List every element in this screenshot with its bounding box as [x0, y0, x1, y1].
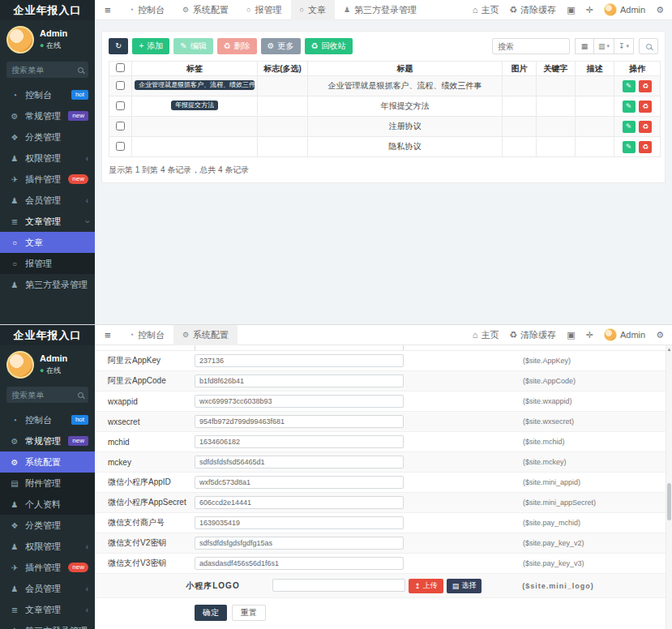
delete-button[interactable]: ♻删除 — [217, 38, 257, 54]
col-description[interactable]: 描述 — [576, 62, 614, 76]
gear-icon: ⚙ — [10, 458, 19, 467]
row-edit-button[interactable]: ✎ — [623, 101, 636, 113]
tab-third-login[interactable]: ♟ 第三方登录管理 — [335, 0, 426, 20]
export-button[interactable]: ↧▾ — [614, 38, 634, 54]
row-delete-button[interactable]: ♻ — [639, 141, 652, 153]
card-view-button[interactable]: ▦ — [575, 38, 594, 54]
row-checkbox[interactable] — [116, 81, 125, 90]
pay-mchid-input[interactable] — [195, 516, 404, 529]
recycle-bin-button[interactable]: ♻回收站 — [305, 38, 353, 54]
avatar[interactable] — [6, 26, 34, 53]
sidebar-item-member[interactable]: ♟ 会员管理 ‹ — [0, 578, 95, 599]
scroll-up-icon[interactable]: ▲ — [666, 345, 672, 352]
sidebar-subitem-article[interactable]: ○ 文章 — [0, 232, 95, 253]
sidebar-item-category[interactable]: ❖ 分类管理 — [0, 126, 95, 148]
config-input[interactable] — [195, 345, 404, 350]
settings-dropdown[interactable]: ⚙ — [656, 5, 664, 15]
pay-key-v3-input[interactable] — [195, 557, 404, 570]
sidebar-item-category[interactable]: ❖ 分类管理 — [0, 515, 95, 536]
row-edit-button[interactable]: ✎ — [623, 80, 636, 92]
home-link[interactable]: ⌂主页 — [473, 329, 499, 341]
sidebar-item-article-group[interactable]: ≣ 文章管理 ‹ — [0, 211, 95, 232]
reset-button[interactable]: 重置 — [232, 605, 266, 621]
tab-article[interactable]: ○ 文章 — [291, 0, 335, 20]
sidebar-item-third-login[interactable]: ♟ 第三方登录管理 — [0, 620, 95, 629]
sidebar-item-addon[interactable]: ✈ 插件管理 new — [0, 557, 95, 578]
row-edit-button[interactable]: ✎ — [623, 121, 636, 133]
tab-dashboard[interactable]: ◔ 控制台 — [121, 325, 173, 345]
page-copy-button[interactable]: ▣ — [567, 5, 575, 15]
row-checkbox[interactable] — [116, 122, 125, 131]
tab-system-config[interactable]: ⚙ 系统配置 — [173, 325, 238, 345]
sidebar-subitem-system-config[interactable]: ⚙ 系统配置 — [0, 451, 95, 473]
wxsecret-input[interactable] — [195, 415, 404, 428]
appkey-input[interactable] — [195, 354, 404, 367]
tab-report[interactable]: ○ 报管理 — [238, 0, 290, 20]
gear-icon: ⚙ — [656, 330, 664, 340]
clear-cache-link[interactable]: ♻清除缓存 — [509, 4, 556, 16]
field-label: 阿里云AppKey — [108, 355, 195, 366]
sidebar-item-dashboard[interactable]: ◔ 控制台 hot — [0, 409, 95, 430]
menu-toggle-icon[interactable]: ≡ — [95, 4, 121, 16]
settings-dropdown[interactable]: ⚙ — [656, 330, 664, 340]
sidebar-subitem-profile[interactable]: ♟ 个人资料 — [0, 494, 95, 515]
sidebar-item-third-login[interactable]: ♟ 第三方登录管理 — [0, 274, 95, 295]
sidebar-subitem-report[interactable]: ○ 报管理 — [0, 253, 95, 274]
scrollbar-thumb[interactable] — [667, 483, 671, 520]
table-search-input[interactable] — [492, 38, 570, 54]
vertical-scrollbar[interactable]: ▲ — [666, 345, 672, 629]
page-copy-button[interactable]: ▣ — [567, 330, 575, 340]
avatar[interactable] — [6, 351, 34, 379]
tab-dashboard[interactable]: ◔ 控制台 — [121, 0, 173, 20]
sidebar-item-general[interactable]: ⚙ 常规管理 new — [0, 105, 95, 126]
row-checkbox[interactable] — [116, 101, 125, 110]
admin-menu[interactable]: Admin — [604, 3, 645, 16]
col-tag[interactable]: 标签 — [132, 62, 258, 76]
tag-badge: 企业管理就是狠抓客户、流程、绩效三件事 — [135, 80, 255, 91]
wxappid-input[interactable] — [195, 395, 404, 408]
sidebar-item-auth[interactable]: ♟ 权限管理 ‹ — [0, 148, 95, 169]
mini-logo-input[interactable] — [272, 579, 405, 592]
pay-key-v2-input[interactable] — [195, 537, 404, 550]
fullscreen-button[interactable]: ✛ — [586, 330, 593, 340]
mini-appid-input[interactable] — [195, 476, 404, 489]
row-delete-button[interactable]: ♻ — [639, 80, 652, 92]
select-all-checkbox[interactable] — [116, 63, 125, 72]
col-keywords[interactable]: 关键字 — [537, 62, 576, 76]
sidebar-item-auth[interactable]: ♟ 权限管理 ‹ — [0, 536, 95, 557]
tab-system-config[interactable]: ⚙ 系统配置 — [173, 0, 238, 20]
row-edit-button[interactable]: ✎ — [623, 141, 636, 153]
fullscreen-button[interactable]: ✛ — [586, 5, 593, 15]
row-checkbox[interactable] — [116, 142, 125, 151]
mchid-input[interactable] — [195, 435, 404, 448]
sidebar-item-general[interactable]: ⚙ 常规管理 new — [0, 430, 95, 451]
sidebar-item-dashboard[interactable]: ◔ 控制台 hot — [0, 84, 95, 105]
sidebar-item-article-group[interactable]: ≣ 文章管理 ‹ — [0, 599, 95, 620]
upload-button[interactable]: ↥上传 — [409, 579, 443, 593]
col-flag[interactable]: 标志(多选) — [258, 62, 308, 76]
col-title[interactable]: 标题 — [308, 62, 503, 76]
home-link[interactable]: ⌂主页 — [473, 4, 499, 16]
menu-toggle-icon[interactable]: ≡ — [95, 329, 121, 341]
choose-button[interactable]: ▤选择 — [447, 579, 482, 593]
search-toggle-button[interactable] — [639, 38, 658, 54]
submit-button[interactable]: 确定 — [195, 605, 227, 621]
col-image[interactable]: 图片 — [503, 62, 537, 76]
mini-appsecret-input[interactable] — [195, 496, 404, 509]
sidebar-subitem-attachment[interactable]: ▤ 附件管理 — [0, 473, 95, 494]
more-button[interactable]: ⚙更多 — [261, 38, 301, 54]
menu-search-input[interactable] — [11, 66, 78, 75]
admin-menu[interactable]: Admin — [604, 328, 645, 341]
add-button[interactable]: +添加 — [132, 38, 169, 54]
row-delete-button[interactable]: ♻ — [639, 101, 652, 113]
sidebar-item-addon[interactable]: ✈ 插件管理 new — [0, 169, 95, 190]
menu-search-input[interactable] — [11, 391, 78, 400]
row-delete-button[interactable]: ♻ — [639, 121, 652, 133]
clear-cache-link[interactable]: ♻清除缓存 — [509, 329, 556, 341]
sidebar-item-member[interactable]: ♟ 会员管理 ‹ — [0, 190, 95, 211]
edit-button[interactable]: ✎编辑 — [173, 38, 212, 54]
mckey-input[interactable] — [195, 456, 404, 469]
columns-button[interactable]: ▥▾ — [594, 38, 614, 54]
appcode-input[interactable] — [195, 374, 404, 387]
refresh-button[interactable]: ↻ — [109, 38, 128, 54]
